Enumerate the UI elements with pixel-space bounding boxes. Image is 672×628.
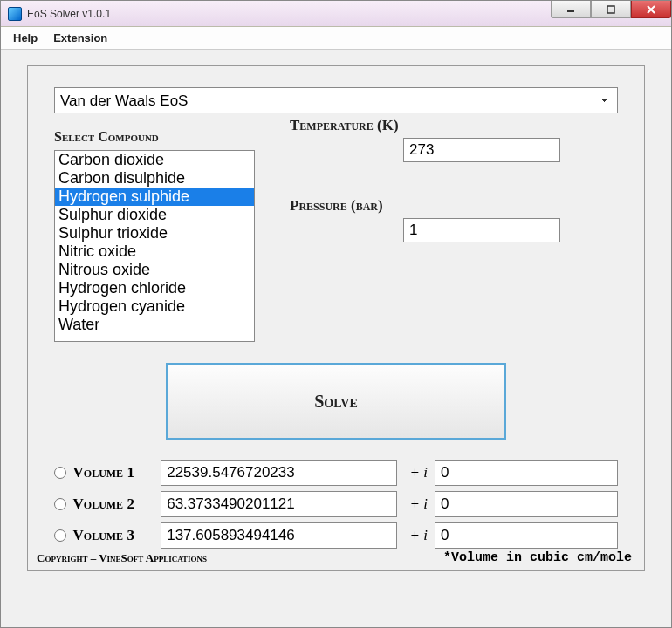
compound-option[interactable]: Sulphur dioxide <box>55 206 254 224</box>
volume-real-input[interactable] <box>161 460 397 486</box>
compound-option[interactable]: Nitric oxide <box>55 242 254 261</box>
solve-button[interactable]: Solve <box>166 363 506 440</box>
results-area: Volume 1+ iVolume 2+ iVolume 3+ i <box>54 457 618 551</box>
window-controls <box>551 1 671 18</box>
compound-option[interactable]: Water <box>55 316 254 334</box>
compound-option[interactable]: Hydrogen sulphide <box>55 188 254 206</box>
volume-real-input[interactable] <box>161 522 397 549</box>
close-icon <box>647 5 655 14</box>
compound-column: Select Compound Carbon dioxideCarbon dis… <box>54 113 255 342</box>
plus-i-label: + i <box>404 464 428 481</box>
close-button[interactable] <box>631 1 671 18</box>
input-column: Temperature (K) Pressure (bar) <box>290 113 618 342</box>
top-row: Select Compound Carbon dioxideCarbon dis… <box>54 113 618 342</box>
maximize-icon <box>607 5 615 14</box>
volume-radio[interactable] <box>54 498 66 510</box>
compound-listbox[interactable]: Carbon dioxideCarbon disulphideHydrogen … <box>54 150 255 342</box>
minimize-icon <box>566 5 575 14</box>
result-row: Volume 1+ i <box>54 457 618 488</box>
titlebar: EoS Solver v1.0.1 <box>1 1 671 27</box>
compound-option[interactable]: Carbon dioxide <box>55 151 254 169</box>
maximize-button[interactable] <box>591 1 631 18</box>
menu-help[interactable]: Help <box>13 31 38 44</box>
compound-option[interactable]: Sulphur trioxide <box>55 224 254 242</box>
plus-i-label: + i <box>404 495 428 513</box>
volume-label: Volume 3 <box>73 527 154 544</box>
volume-radio[interactable] <box>54 529 66 542</box>
compound-label: Select Compound <box>54 129 255 145</box>
volume-radio[interactable] <box>54 467 66 479</box>
main-panel: Van der Waals EoS Select Compound Carbon… <box>27 65 645 571</box>
temperature-label: Temperature (K) <box>290 117 618 134</box>
volume-imag-input[interactable] <box>435 460 618 486</box>
result-row: Volume 2+ i <box>54 488 618 520</box>
minimize-button[interactable] <box>551 1 591 18</box>
volume-imag-input[interactable] <box>435 491 618 517</box>
volume-real-input[interactable] <box>161 491 397 517</box>
svg-rect-1 <box>607 6 614 13</box>
temperature-input[interactable] <box>403 138 560 162</box>
window-title: EoS Solver v1.0.1 <box>27 8 111 20</box>
volume-label: Volume 2 <box>73 495 154 513</box>
content-area: Van der Waals EoS Select Compound Carbon… <box>1 50 671 627</box>
volume-label: Volume 1 <box>73 464 154 481</box>
menubar: Help Extension <box>1 27 671 50</box>
app-icon <box>8 7 22 21</box>
compound-option[interactable]: Hydrogen cyanide <box>55 297 254 316</box>
result-row: Volume 3+ i <box>54 520 618 551</box>
copyright-text: Copyright – VineSoft Applications <box>37 551 207 565</box>
plus-i-label: + i <box>404 527 428 544</box>
app-window: EoS Solver v1.0.1 Help Extension Van der… <box>0 0 672 628</box>
volume-imag-input[interactable] <box>435 522 618 549</box>
compound-option[interactable]: Carbon disulphide <box>55 169 254 188</box>
unit-note: *Volume in cubic cm/mole <box>443 550 632 565</box>
compound-option[interactable]: Nitrous oxide <box>55 261 254 279</box>
menu-extension[interactable]: Extension <box>53 31 107 44</box>
compound-option[interactable]: Hydrogen chloride <box>55 279 254 297</box>
pressure-input[interactable] <box>403 218 560 242</box>
eos-select[interactable]: Van der Waals EoS <box>54 87 618 113</box>
pressure-label: Pressure (bar) <box>290 197 618 215</box>
